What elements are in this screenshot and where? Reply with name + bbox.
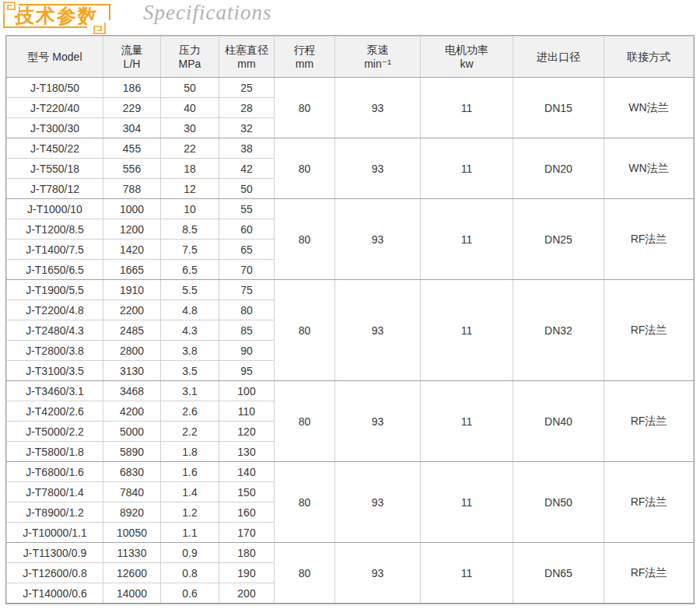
col-header-plunger-diameter: 柱塞直径 mm (219, 37, 275, 78)
cell-model: J-T5800/1.8 (7, 442, 103, 462)
cell-flow: 186 (103, 78, 161, 98)
cell-pressure: 50 (161, 78, 219, 98)
cell-model: J-T1200/8.5 (7, 219, 103, 240)
cell-stroke: 80 (275, 280, 335, 381)
cell-pressure: 4.8 (161, 300, 219, 320)
cell-flow: 5890 (103, 442, 161, 462)
cell-port-size: DN15 (513, 78, 604, 138)
spec-row: J-T3460/3.134683.1100809311DN40RF法兰 (7, 381, 694, 401)
section-title-en: Specifications (143, 1, 271, 25)
cell-model: J-T8900/1.2 (7, 502, 103, 523)
cell-pressure: 40 (161, 98, 219, 118)
cell-plunger-diameter: 60 (219, 219, 275, 240)
cell-plunger-diameter: 65 (219, 240, 275, 260)
cell-model: J-T1400/7.5 (7, 240, 103, 260)
cell-flow: 2800 (103, 341, 161, 361)
cell-model: J-T1900/5.5 (7, 280, 103, 300)
cell-model: J-T3100/3.5 (7, 361, 103, 381)
cell-plunger-diameter: 140 (219, 462, 275, 482)
cell-connection: RF法兰 (604, 543, 694, 604)
cell-model: J-T180/50 (7, 78, 103, 98)
cell-stroke: 80 (275, 462, 335, 543)
cell-pressure: 6.5 (161, 260, 219, 280)
cell-plunger-diameter: 25 (219, 78, 275, 98)
cell-model: J-T1650/6.5 (7, 260, 103, 280)
cell-pump-speed: 93 (335, 199, 421, 280)
cell-plunger-diameter: 110 (219, 401, 275, 422)
cell-plunger-diameter: 75 (219, 280, 275, 300)
cell-model: J-T1000/10 (7, 199, 103, 219)
section-title-cn: 技术参数 (15, 5, 99, 26)
cell-pressure: 1.8 (161, 442, 219, 462)
cell-plunger-diameter: 95 (219, 361, 275, 381)
spec-row: J-T450/224552238809311DN20WN法兰 (7, 138, 694, 159)
cell-pump-speed: 93 (335, 462, 421, 543)
cell-model: J-T450/22 (7, 138, 103, 159)
cell-connection: RF法兰 (604, 199, 694, 280)
header-row: 型号 Model 流量 L/H 压力 MPa 柱塞直径 mm 行程 mm (7, 37, 694, 78)
cell-flow: 8920 (103, 502, 161, 523)
cell-plunger-diameter: 200 (219, 583, 275, 604)
cell-model: J-T14000/0.6 (7, 583, 103, 604)
cell-pump-speed: 93 (335, 543, 421, 604)
cell-connection: WN法兰 (604, 138, 694, 199)
cell-motor-power: 11 (421, 199, 513, 280)
cell-plunger-diameter: 190 (219, 563, 275, 583)
col-header-pressure: 压力 MPa (161, 37, 219, 78)
cell-motor-power: 11 (421, 462, 513, 543)
cell-pressure: 30 (161, 118, 219, 138)
col-header-port-size: 进出口径 (513, 37, 604, 78)
cell-pump-speed: 93 (335, 280, 421, 381)
cell-pressure: 3.8 (161, 341, 219, 361)
spec-table: 型号 Model 流量 L/H 压力 MPa 柱塞直径 mm 行程 mm (6, 36, 694, 604)
cell-connection: RF法兰 (604, 381, 694, 462)
cell-flow: 6830 (103, 462, 161, 482)
cell-model: J-T7800/1.4 (7, 482, 103, 502)
cell-model: J-T220/40 (7, 98, 103, 118)
cell-pump-speed: 93 (335, 381, 421, 462)
cell-plunger-diameter: 150 (219, 482, 275, 502)
cell-plunger-diameter: 42 (219, 159, 275, 179)
cell-plunger-diameter: 55 (219, 199, 275, 219)
cell-flow: 1420 (103, 240, 161, 260)
cell-pressure: 12 (161, 179, 219, 199)
spec-row: J-T1900/5.519105.575809311DN32RF法兰 (7, 280, 694, 300)
cell-pressure: 2.6 (161, 401, 219, 422)
spiral-ornament-icon (2, 0, 18, 14)
cell-port-size: DN50 (513, 462, 604, 543)
spec-table-body: J-T180/501865025809311DN15WN法兰J-T220/402… (7, 78, 694, 604)
cell-port-size: DN20 (513, 138, 604, 199)
cell-port-size: DN40 (513, 381, 604, 462)
cell-pressure: 5.5 (161, 280, 219, 300)
cell-model: J-T2480/4.3 (7, 320, 103, 341)
cell-pressure: 3.1 (161, 381, 219, 401)
cell-plunger-diameter: 85 (219, 320, 275, 341)
cell-model: J-T6800/1.6 (7, 462, 103, 482)
cell-connection: RF法兰 (604, 280, 694, 381)
section-title-frame: 技术参数 (3, 4, 110, 28)
cell-plunger-diameter: 28 (219, 98, 275, 118)
cell-plunger-diameter: 90 (219, 341, 275, 361)
cell-model: J-T300/30 (7, 118, 103, 138)
cell-flow: 10050 (103, 523, 161, 543)
cell-plunger-diameter: 170 (219, 523, 275, 543)
cell-pressure: 1.4 (161, 482, 219, 502)
cell-stroke: 80 (275, 138, 335, 199)
cell-pressure: 18 (161, 159, 219, 179)
col-header-pump-speed: 泵速 min⁻¹ (335, 37, 421, 78)
cell-pressure: 1.2 (161, 502, 219, 523)
cell-flow: 4200 (103, 401, 161, 422)
cell-flow: 788 (103, 179, 161, 199)
cell-motor-power: 11 (421, 280, 513, 381)
cell-pressure: 2.2 (161, 422, 219, 442)
cell-flow: 556 (103, 159, 161, 179)
cell-model: J-T550/18 (7, 159, 103, 179)
spec-row: J-T180/501865025809311DN15WN法兰 (7, 78, 694, 98)
col-header-motor-power: 电机功率 kw (421, 37, 513, 78)
cell-pressure: 7.5 (161, 240, 219, 260)
cell-flow: 1200 (103, 219, 161, 240)
cell-model: J-T12600/0.8 (7, 563, 103, 583)
spec-table-container: 型号 Model 流量 L/H 压力 MPa 柱塞直径 mm 行程 mm (5, 35, 695, 604)
cell-connection: WN法兰 (604, 78, 694, 138)
cell-plunger-diameter: 120 (219, 422, 275, 442)
